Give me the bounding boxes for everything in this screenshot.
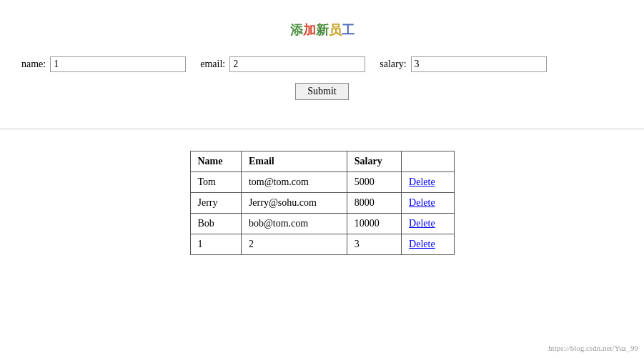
submit-button[interactable]: Submit xyxy=(295,83,348,100)
cell-salary: 8000 xyxy=(347,193,401,214)
cell-salary: 3 xyxy=(347,234,401,255)
name-group: name: xyxy=(21,56,186,72)
title-char-5: 工 xyxy=(342,23,355,37)
submit-row: Submit xyxy=(14,83,630,100)
col-header-email: Email xyxy=(241,151,347,172)
title-char-3: 新 xyxy=(316,23,329,37)
cell-action: Delete xyxy=(402,214,454,234)
salary-input[interactable] xyxy=(411,56,547,72)
col-header-salary: Salary xyxy=(347,151,401,172)
cell-email: 2 xyxy=(241,234,347,255)
cell-name: Tom xyxy=(190,172,241,193)
title-char-4: 员 xyxy=(329,23,342,37)
email-input[interactable] xyxy=(229,56,365,72)
cell-name: 1 xyxy=(190,234,241,255)
salary-group: salary: xyxy=(380,56,546,72)
cell-salary: 10000 xyxy=(347,214,401,234)
email-label: email: xyxy=(200,59,225,70)
delete-button[interactable]: Delete xyxy=(409,176,435,187)
table-row: JerryJerry@sohu.com8000Delete xyxy=(190,193,454,214)
cell-action: Delete xyxy=(402,172,454,193)
title-char-2: 加 xyxy=(303,23,316,37)
name-input[interactable] xyxy=(50,56,186,72)
table-header-row: Name Email Salary xyxy=(190,151,454,172)
col-header-action xyxy=(402,151,454,172)
delete-button[interactable]: Delete xyxy=(409,239,435,249)
form-row: name: email: salary: xyxy=(14,56,630,72)
cell-email: bob@tom.com xyxy=(241,214,347,234)
table-row: Tomtom@tom.com5000Delete xyxy=(190,172,454,193)
cell-name: Bob xyxy=(190,214,241,234)
table-body: Tomtom@tom.com5000DeleteJerryJerry@sohu.… xyxy=(190,172,454,255)
name-label: name: xyxy=(21,59,46,70)
salary-label: salary: xyxy=(380,59,406,70)
top-section: 添加新员工 name: email: salary: Submit xyxy=(0,0,644,121)
cell-action: Delete xyxy=(402,193,454,214)
table-head: Name Email Salary xyxy=(190,151,454,172)
email-group: email: xyxy=(200,56,365,72)
page-title: 添加新员工 xyxy=(14,21,630,39)
employee-table: Name Email Salary Tomtom@tom.com5000Dele… xyxy=(190,151,455,255)
section-divider xyxy=(0,129,644,129)
cell-email: Jerry@sohu.com xyxy=(241,193,347,214)
col-header-name: Name xyxy=(190,151,241,172)
bottom-section: Name Email Salary Tomtom@tom.com5000Dele… xyxy=(0,136,644,269)
cell-action: Delete xyxy=(402,234,454,255)
cell-name: Jerry xyxy=(190,193,241,214)
table-row: 123Delete xyxy=(190,234,454,255)
delete-button[interactable]: Delete xyxy=(409,197,435,208)
cell-email: tom@tom.com xyxy=(241,172,347,193)
title-char-1: 添 xyxy=(290,23,303,37)
table-row: Bobbob@tom.com10000Delete xyxy=(190,214,454,234)
delete-button[interactable]: Delete xyxy=(409,218,435,229)
cell-salary: 5000 xyxy=(347,172,401,193)
